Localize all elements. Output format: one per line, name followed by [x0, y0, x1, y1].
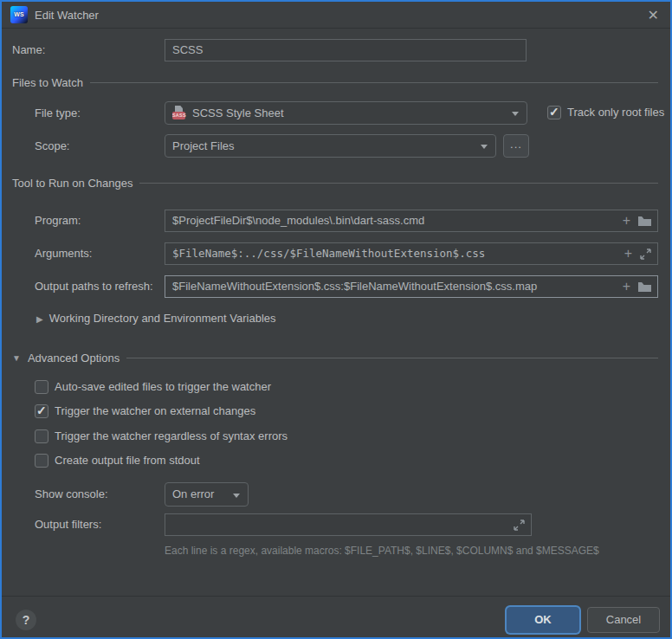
insert-macro-icon[interactable]: +	[624, 247, 632, 261]
ok-button[interactable]: OK	[507, 607, 579, 633]
section-divider	[139, 183, 658, 184]
output-paths-label: Output paths to refresh:	[35, 275, 153, 298]
file-type-label: File type:	[35, 101, 81, 125]
cancel-button[interactable]: Cancel	[587, 607, 660, 633]
arguments-input[interactable]: $FileName$:../css/$FileNameWithoutExtens…	[165, 242, 658, 265]
output-paths-value: $FileNameWithoutExtension$.css:$FileName…	[172, 280, 537, 293]
edit-watcher-dialog: WS Edit Watcher ✕ Name: SCSS Files to Wa…	[0, 0, 672, 639]
file-type-value: SCSS Style Sheet	[192, 106, 284, 119]
expand-icon[interactable]	[640, 248, 651, 260]
scss-file-icon: SASS	[172, 106, 186, 119]
dialog-title: Edit Watcher	[35, 2, 99, 29]
section-advanced-options[interactable]: ▼ Advanced Options	[12, 351, 658, 365]
chevron-down-icon	[512, 112, 519, 116]
external-changes-checkbox[interactable]	[35, 404, 48, 418]
chevron-down-icon	[233, 494, 240, 498]
chevron-down-icon: ▼	[12, 353, 21, 363]
autosave-checkbox[interactable]	[35, 380, 48, 394]
folder-icon[interactable]	[638, 216, 651, 226]
output-filters-input[interactable]	[165, 513, 532, 536]
show-console-value: On error	[172, 487, 214, 500]
output-paths-input[interactable]: $FileNameWithoutExtension$.css:$FileName…	[165, 275, 658, 298]
title-bar: WS Edit Watcher ✕	[2, 2, 670, 29]
output-filters-hint: Each line is a regex, available macros: …	[165, 545, 599, 557]
arguments-value: $FileName$:../css/$FileNameWithoutExtens…	[172, 247, 485, 260]
working-directory-toggle[interactable]: ▶Working Directory and Environment Varia…	[36, 310, 276, 328]
working-directory-label: Working Directory and Environment Variab…	[49, 312, 276, 325]
scope-select[interactable]: Project Files	[165, 134, 496, 158]
name-label: Name:	[12, 39, 45, 61]
insert-macro-icon[interactable]: +	[623, 214, 630, 228]
scope-browse-button[interactable]: ...	[503, 134, 529, 158]
stdout-checkbox[interactable]	[35, 454, 48, 468]
external-changes-label: Trigger the watcher on external changes	[55, 403, 255, 419]
section-files-to-watch: Files to Watch	[12, 75, 658, 89]
section-title: Advanced Options	[28, 352, 120, 365]
scope-label: Scope:	[35, 134, 69, 158]
scope-value: Project Files	[172, 139, 235, 152]
program-value: $ProjectFileDir$\node_modules\.bin\dart-…	[172, 214, 424, 227]
section-title: Tool to Run on Changes	[12, 177, 132, 190]
name-input[interactable]: SCSS	[165, 39, 527, 61]
section-title: Files to Watch	[12, 76, 83, 89]
arguments-label: Arguments:	[35, 242, 92, 265]
insert-macro-icon[interactable]: +	[623, 280, 630, 294]
stdout-label: Create output file from stdout	[55, 453, 200, 468]
show-console-select[interactable]: On error	[165, 482, 249, 507]
chevron-down-icon	[481, 145, 488, 149]
track-only-root-label: Track only root files	[567, 105, 664, 120]
webstorm-app-icon: WS	[10, 6, 28, 23]
program-input[interactable]: $ProjectFileDir$\node_modules\.bin\dart-…	[165, 210, 658, 232]
section-divider	[90, 82, 658, 83]
show-console-label: Show console:	[35, 482, 108, 507]
section-tool-to-run: Tool to Run on Changes	[12, 176, 658, 190]
syntax-errors-label: Trigger the watcher regardless of syntax…	[55, 429, 288, 444]
autosave-label: Auto-save edited files to trigger the wa…	[55, 379, 271, 395]
expand-icon[interactable]	[514, 520, 525, 531]
help-button[interactable]: ?	[16, 610, 36, 630]
file-type-select[interactable]: SASS SCSS Style Sheet	[165, 101, 527, 125]
folder-icon[interactable]	[638, 281, 651, 292]
output-filters-label: Output filters:	[35, 513, 101, 536]
program-label: Program:	[35, 210, 81, 232]
syntax-errors-checkbox[interactable]	[35, 429, 48, 443]
footer-divider	[2, 596, 670, 597]
close-icon[interactable]: ✕	[648, 2, 659, 29]
track-only-root-checkbox[interactable]	[547, 106, 561, 119]
chevron-right-icon: ▶	[36, 314, 43, 324]
section-divider	[126, 358, 658, 358]
